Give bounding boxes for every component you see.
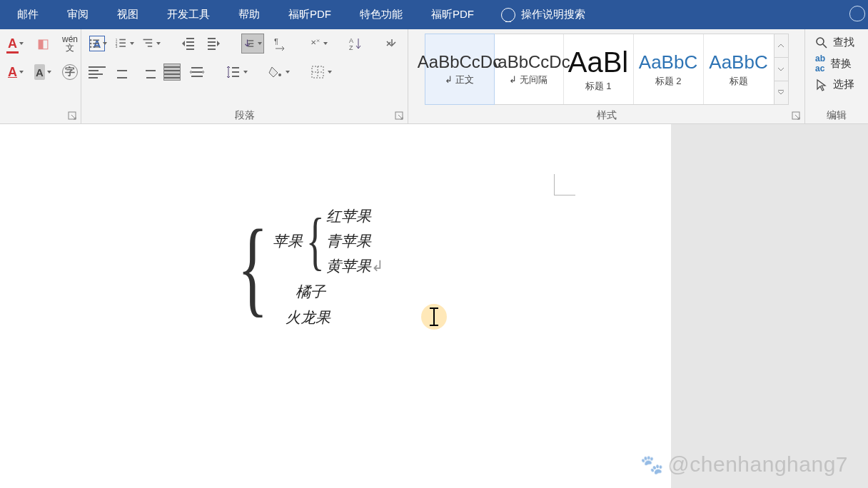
text-highlight-button[interactable]: A xyxy=(34,62,51,82)
styles-group-label: 样式 xyxy=(597,106,617,124)
editing-group-label: 编辑 xyxy=(812,106,861,124)
inner-item: 青苹果 xyxy=(326,231,384,251)
outer-label: 苹果 xyxy=(273,231,303,251)
align-right-button[interactable] xyxy=(138,63,156,81)
enclose-char-button[interactable]: 字 xyxy=(61,62,79,82)
style-heading1[interactable]: AaBl 标题 1 xyxy=(564,34,634,104)
align-left-button[interactable] xyxy=(89,63,106,81)
replace-icon: abac xyxy=(815,54,825,73)
gallery-down-button[interactable] xyxy=(774,58,788,81)
svg-rect-29 xyxy=(191,71,203,73)
clear-format-button[interactable]: ◧ xyxy=(34,34,51,54)
styles-dialog-launcher[interactable] xyxy=(792,111,802,121)
brace-icon: { xyxy=(237,213,268,320)
svg-point-5 xyxy=(90,46,91,48)
svg-rect-4 xyxy=(93,43,99,44)
multilevel-list-button[interactable] xyxy=(142,34,161,54)
font-color-button[interactable]: A xyxy=(7,34,24,54)
line-spacing-button[interactable] xyxy=(226,62,248,82)
distribute-button[interactable] xyxy=(188,62,206,82)
svg-rect-14 xyxy=(145,42,151,44)
show-marks-button[interactable] xyxy=(383,34,400,54)
style-name: 标题 2 xyxy=(655,75,682,88)
brace-icon: { xyxy=(306,209,325,273)
svg-rect-23 xyxy=(208,49,216,50)
watermark-text: @chenhanghang7 xyxy=(667,452,848,477)
cursor-highlight xyxy=(421,304,447,330)
phonetic-guide-button[interactable]: wén文 xyxy=(61,34,79,54)
text-direction-button[interactable] xyxy=(241,34,264,54)
document-area: { 苹果 { 红苹果 青苹果 黄苹果↲ 橘子 火龙果 xyxy=(0,124,868,488)
svg-text:¶: ¶ xyxy=(274,37,278,46)
style-name: 标题 xyxy=(730,75,748,88)
align-justify-button[interactable] xyxy=(163,63,181,81)
styles-gallery-nav xyxy=(774,34,788,104)
svg-text:Z: Z xyxy=(349,44,353,51)
style-name: ↲ 无间隔 xyxy=(509,73,547,86)
svg-rect-22 xyxy=(208,45,216,46)
menu-mail[interactable]: 邮件 xyxy=(3,0,53,29)
help-search-label: 操作说明搜索 xyxy=(521,8,585,21)
account-icon[interactable] xyxy=(849,6,865,21)
increase-indent-button[interactable] xyxy=(205,34,222,54)
font-dialog-launcher[interactable] xyxy=(68,111,78,121)
svg-rect-13 xyxy=(143,39,152,41)
menu-view[interactable]: 视图 xyxy=(103,0,153,29)
menu-foxit-pdf-1[interactable]: 福昕PDF xyxy=(274,0,345,29)
font-color-2-button[interactable]: A xyxy=(7,62,24,82)
ribbon-group-font: A ◧ wén文 A A A 字 xyxy=(0,29,81,124)
menu-special[interactable]: 特色功能 xyxy=(345,0,417,29)
svg-rect-15 xyxy=(147,46,151,47)
menu-foxit-pdf-2[interactable]: 福昕PDF xyxy=(417,0,488,29)
style-heading2[interactable]: AaBbC 标题 2 xyxy=(634,34,704,104)
ltr-text-button[interactable]: ¶ xyxy=(272,34,289,54)
bulb-icon xyxy=(501,8,515,22)
menu-devtools[interactable]: 开发工具 xyxy=(153,0,224,29)
sibling-item: 火龙果 xyxy=(286,307,330,327)
page-margin-corner xyxy=(554,174,575,195)
borders-button[interactable] xyxy=(310,62,332,82)
gallery-up-button[interactable] xyxy=(774,34,788,58)
asian-layout-button[interactable]: ✕ xyxy=(309,34,328,54)
paw-icon: 🐾 xyxy=(640,454,664,476)
gallery-more-button[interactable] xyxy=(774,81,788,104)
shading-button[interactable] xyxy=(268,62,290,82)
numbering-button[interactable]: 123 xyxy=(115,34,133,54)
paragraph-dialog-launcher[interactable] xyxy=(395,111,405,121)
decrease-indent-button[interactable] xyxy=(180,34,197,54)
svg-rect-37 xyxy=(778,90,784,91)
svg-rect-12 xyxy=(120,46,126,47)
search-icon xyxy=(815,36,828,49)
paragraph-group-label: 段落 xyxy=(89,106,400,124)
align-center-button[interactable] xyxy=(113,63,131,81)
svg-point-1 xyxy=(90,39,91,41)
style-normal[interactable]: AaBbCcDc ↲ 正文 xyxy=(425,34,495,105)
ribbon-group-editing: 查找 abac 替换 选择 编辑 xyxy=(805,29,868,124)
ibeam-cursor-icon xyxy=(433,309,435,325)
sibling-item: 橘子 xyxy=(296,282,326,302)
style-preview: AaBbC xyxy=(709,51,767,73)
style-title[interactable]: AaBbC 标题 xyxy=(704,34,774,104)
sort-button[interactable]: AZ xyxy=(347,34,364,54)
replace-button[interactable]: abac 替换 xyxy=(812,51,861,76)
menu-review[interactable]: 审阅 xyxy=(53,0,103,29)
menu-help[interactable]: 帮助 xyxy=(224,0,274,29)
select-button[interactable]: 选择 xyxy=(812,76,861,93)
bullets-button[interactable] xyxy=(89,34,107,54)
style-nospacing[interactable]: AaBbCcDc ↲ 无间隔 xyxy=(494,34,564,104)
equation-content[interactable]: { 苹果 { 红苹果 青苹果 黄苹果↲ 橘子 火龙果 xyxy=(227,206,384,327)
svg-text:✕: ✕ xyxy=(310,39,316,46)
select-label: 选择 xyxy=(833,78,854,91)
svg-rect-33 xyxy=(232,76,239,77)
find-button[interactable]: 查找 xyxy=(812,34,861,51)
svg-rect-20 xyxy=(208,38,216,39)
svg-rect-31 xyxy=(232,67,239,68)
ribbon-group-paragraph: 123 ¶ ✕ AZ 段落 xyxy=(81,29,408,124)
style-name: 标题 1 xyxy=(585,80,612,93)
help-search[interactable]: 操作说明搜索 xyxy=(501,8,585,22)
ribbon: A ◧ wén文 A A A 字 123 ¶ ✕ xyxy=(0,29,868,124)
inner-item: 黄苹果↲ xyxy=(326,256,384,276)
page[interactable]: { 苹果 { 红苹果 青苹果 黄苹果↲ 橘子 火龙果 xyxy=(0,124,671,488)
inner-item: 红苹果 xyxy=(326,206,384,226)
svg-rect-28 xyxy=(191,67,203,68)
